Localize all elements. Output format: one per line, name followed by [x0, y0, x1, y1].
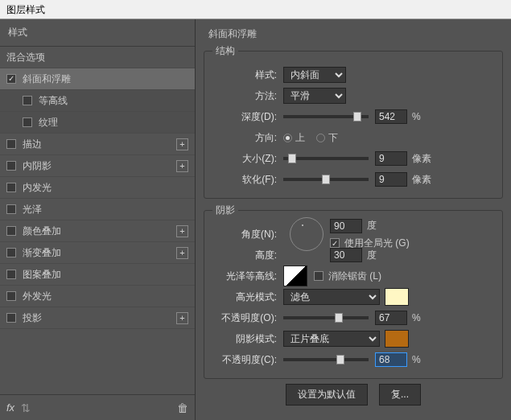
add-effect-icon[interactable]: +	[176, 138, 188, 150]
add-effect-icon[interactable]: +	[176, 247, 188, 259]
technique-select[interactable]: 平滑	[283, 88, 346, 104]
soften-label: 软化(F):	[212, 173, 283, 187]
structure-group: 结构 样式: 内斜面 方法: 平滑 深度(D): % 方向: 上 下 大小(Z	[204, 44, 503, 199]
add-effect-icon[interactable]: +	[176, 225, 188, 237]
fx-icon[interactable]: fx	[6, 401, 14, 414]
button-row: 设置为默认值 复...	[204, 384, 503, 406]
size-unit: 像素	[412, 152, 431, 166]
add-effect-icon[interactable]: +	[176, 160, 188, 172]
size-label: 大小(Z):	[212, 152, 283, 166]
depth-unit: %	[412, 111, 421, 122]
technique-label: 方法:	[212, 89, 283, 103]
style-select[interactable]: 内斜面	[283, 67, 346, 83]
style-label: 纹理	[39, 116, 58, 130]
depth-input[interactable]	[375, 109, 407, 124]
style-item-1[interactable]: 等高线	[0, 90, 195, 112]
style-checkbox[interactable]	[6, 270, 16, 279]
style-checkbox[interactable]	[6, 226, 16, 236]
style-label: 颜色叠加	[23, 224, 61, 238]
style-checkbox[interactable]	[6, 183, 16, 192]
settings-panel: 斜面和浮雕 结构 样式: 内斜面 方法: 平滑 深度(D): % 方向: 上 下	[196, 19, 511, 420]
style-item-3[interactable]: 描边+	[0, 134, 195, 155]
trash-icon[interactable]: 🗑	[177, 401, 188, 414]
style-item-9[interactable]: 图案叠加	[0, 264, 195, 286]
style-checkbox[interactable]	[6, 139, 16, 149]
styles-sidebar: 样式 混合选项 斜面和浮雕等高线纹理描边+内阴影+内发光光泽颜色叠加+渐变叠加+…	[0, 19, 196, 420]
size-input[interactable]	[375, 151, 407, 166]
pct-unit2: %	[412, 354, 421, 365]
style-checkbox[interactable]	[6, 313, 16, 323]
shadow-opacity-input[interactable]	[375, 352, 407, 367]
style-checkbox[interactable]	[6, 291, 16, 301]
reset-button[interactable]: 复...	[379, 384, 421, 406]
soften-unit: 像素	[412, 173, 431, 187]
shading-legend: 阴影	[212, 204, 238, 217]
make-default-button[interactable]: 设置为默认值	[286, 384, 368, 406]
style-item-0[interactable]: 斜面和浮雕	[0, 68, 195, 90]
style-item-10[interactable]: 外发光	[0, 286, 195, 307]
style-label: 图案叠加	[23, 268, 61, 282]
highlight-mode-label: 高光模式:	[212, 290, 283, 304]
panel-title: 斜面和浮雕	[204, 23, 503, 43]
depth-label: 深度(D):	[212, 110, 283, 124]
shadow-opacity-slider[interactable]	[283, 358, 369, 361]
direction-down[interactable]: 下	[316, 131, 338, 145]
style-checkbox[interactable]	[23, 117, 32, 127]
soften-input[interactable]	[375, 172, 407, 187]
style-item-5[interactable]: 内发光	[0, 177, 195, 199]
highlight-opacity-slider[interactable]	[283, 316, 369, 319]
highlight-opacity-label: 不透明度(O):	[212, 311, 283, 325]
style-label: 内阴影	[23, 159, 52, 173]
direction-label: 方向:	[212, 131, 283, 145]
sidebar-footer: fx ⇅ 🗑	[0, 394, 195, 420]
style-label: 光泽	[23, 203, 42, 216]
antialias-checkbox[interactable]	[314, 271, 323, 281]
global-light-checkbox[interactable]	[330, 238, 340, 248]
style-checkbox[interactable]	[23, 96, 32, 105]
style-item-11[interactable]: 投影+	[0, 307, 195, 329]
window-title: 图层样式	[6, 4, 45, 15]
style-label: 渐变叠加	[23, 246, 61, 260]
shading-group: 阴影 角度(N): 度 使用全局光 (G) 高度:	[204, 204, 503, 379]
style-label: 描边	[23, 138, 42, 151]
style-label: 斜面和浮雕	[23, 72, 71, 86]
shadow-color-swatch[interactable]	[385, 330, 409, 348]
style-label: 外发光	[23, 290, 52, 303]
size-slider[interactable]	[283, 157, 369, 160]
soften-slider[interactable]	[283, 178, 369, 181]
style-item-4[interactable]: 内阴影+	[0, 155, 195, 177]
style-item-2[interactable]: 纹理	[0, 112, 195, 134]
highlight-color-swatch[interactable]	[385, 288, 409, 306]
highlight-opacity-input[interactable]	[375, 311, 407, 325]
altitude-input[interactable]	[330, 248, 362, 262]
gloss-contour-picker[interactable]	[283, 266, 307, 286]
blend-options-item[interactable]: 混合选项	[0, 47, 195, 68]
angle-dial[interactable]	[290, 217, 323, 251]
style-item-8[interactable]: 渐变叠加+	[0, 242, 195, 264]
structure-legend: 结构	[212, 44, 238, 58]
angle-unit: 度	[367, 219, 377, 233]
style-checkbox[interactable]	[6, 161, 16, 171]
style-label: 投影	[23, 311, 42, 325]
style-checkbox[interactable]	[6, 248, 16, 257]
add-effect-icon[interactable]: +	[176, 312, 188, 324]
shadow-opacity-label: 不透明度(C):	[212, 353, 283, 367]
pct-unit: %	[412, 312, 421, 323]
title-bar: 图层样式	[0, 0, 511, 19]
altitude-label: 高度:	[212, 249, 283, 262]
shadow-mode-select[interactable]: 正片叠底	[283, 331, 380, 347]
style-checkbox[interactable]	[6, 204, 16, 214]
angle-label: 角度(N):	[212, 228, 283, 241]
angle-input[interactable]	[330, 219, 362, 233]
style-item-6[interactable]: 光泽	[0, 199, 195, 220]
depth-slider[interactable]	[283, 115, 369, 118]
highlight-mode-select[interactable]: 滤色	[283, 289, 380, 305]
style-label: 等高线	[39, 94, 68, 108]
style-item-7[interactable]: 颜色叠加+	[0, 220, 195, 242]
style-checkbox[interactable]	[6, 74, 16, 84]
sidebar-header: 样式	[0, 19, 195, 47]
antialias-label: 消除锯齿 (L)	[328, 270, 381, 283]
direction-up[interactable]: 上	[283, 131, 305, 145]
updown-icon[interactable]: ⇅	[21, 401, 31, 414]
main-area: 样式 混合选项 斜面和浮雕等高线纹理描边+内阴影+内发光光泽颜色叠加+渐变叠加+…	[0, 19, 511, 420]
